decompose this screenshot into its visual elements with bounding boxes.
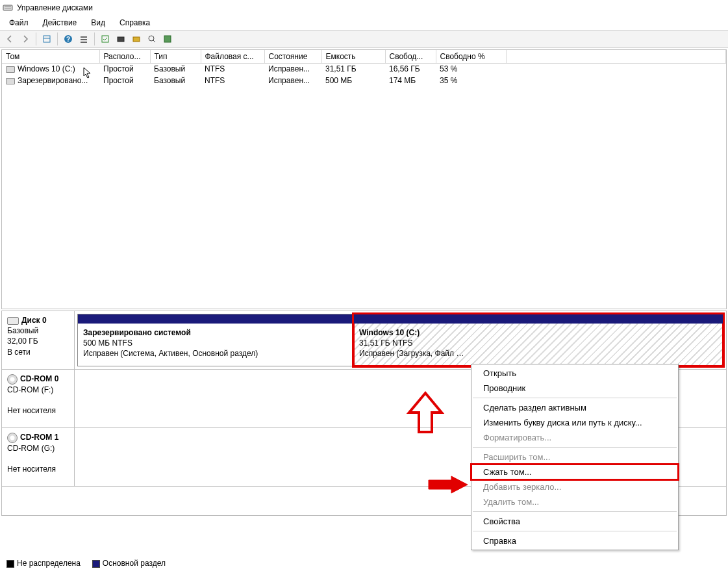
drive-icon — [6, 78, 15, 84]
disk-header[interactable]: Диск 0 Базовый 32,00 ГБ В сети — [2, 311, 75, 369]
view-button[interactable] — [40, 32, 54, 46]
svg-rect-15 — [164, 36, 171, 42]
svg-point-13 — [149, 36, 154, 41]
disk-header[interactable]: CD-ROM 0 CD-ROM (F:) Нет носителя — [2, 370, 75, 427]
ctx-open[interactable]: Открыть — [471, 366, 678, 381]
svg-rect-12 — [133, 37, 140, 42]
back-button[interactable] — [3, 32, 17, 46]
menu-view[interactable]: Вид — [84, 17, 112, 29]
table-row[interactable]: Windows 10 (C:) Простой Базовый NTFS Исп… — [2, 63, 726, 75]
cdrom-icon — [7, 374, 18, 385]
volume-list-pane: Том Располо... Тип Файловая с... Состоян… — [1, 49, 727, 309]
action1-button[interactable] — [114, 32, 128, 46]
drive-icon — [6, 66, 15, 73]
cdrom-icon — [7, 433, 18, 443]
legend-swatch-unallocated — [6, 560, 14, 568]
svg-rect-1 — [5, 6, 11, 7]
col-capacity[interactable]: Емкость — [321, 50, 385, 63]
col-free[interactable]: Свобод... — [385, 50, 436, 63]
svg-rect-3 — [44, 36, 50, 42]
col-status[interactable]: Состояние — [264, 50, 321, 63]
menu-help[interactable]: Справка — [113, 17, 157, 29]
legend-swatch-primary — [92, 560, 100, 568]
table-row[interactable]: Зарезервировано... Простой Базовый NTFS … — [2, 75, 726, 86]
ctx-help[interactable]: Справка — [471, 533, 678, 548]
col-freepct[interactable]: Свободно % — [436, 50, 506, 63]
ctx-make-active[interactable]: Сделать раздел активным — [471, 400, 678, 415]
partition-c-drive[interactable]: Windows 10 (C:) 31,51 ГБ NTFS Исправен (… — [353, 314, 723, 366]
menu-action[interactable]: Действие — [36, 17, 84, 29]
svg-rect-8 — [81, 39, 87, 40]
disk-icon — [7, 317, 19, 325]
forward-button[interactable] — [18, 32, 32, 46]
legend: Не распределена Основной раздел — [3, 556, 169, 570]
help-button[interactable]: ? — [61, 32, 75, 46]
ctx-change-letter[interactable]: Изменить букву диска или путь к диску... — [471, 415, 678, 430]
svg-rect-11 — [118, 37, 124, 42]
context-menu: Открыть Проводник Сделать раздел активны… — [471, 364, 679, 550]
disk-row: Диск 0 Базовый 32,00 ГБ В сети Зарезерви… — [2, 311, 726, 370]
menu-file[interactable]: Файл — [3, 17, 35, 29]
col-type[interactable]: Тип — [150, 50, 201, 63]
svg-rect-10 — [102, 36, 108, 42]
refresh-button[interactable] — [98, 32, 112, 46]
col-volume[interactable]: Том — [2, 50, 99, 63]
ctx-format[interactable]: Форматировать... — [471, 430, 678, 445]
ellipsis: … — [456, 349, 464, 358]
svg-rect-9 — [81, 42, 87, 43]
toolbar: ? — [0, 30, 728, 48]
col-fs[interactable]: Файловая с... — [201, 50, 264, 63]
titlebar: Управление дисками — [0, 0, 728, 16]
partition-system-reserved[interactable]: Зарезервировано системой 500 МБ NTFS Исп… — [77, 314, 353, 366]
svg-text:?: ? — [66, 36, 70, 43]
ctx-explorer[interactable]: Проводник — [471, 381, 678, 396]
app-icon — [3, 3, 13, 13]
action2-button[interactable] — [129, 32, 144, 46]
menubar[interactable]: Файл Действие Вид Справка — [0, 16, 728, 30]
disk-header[interactable]: CD-ROM 1 CD-ROM (G:) Нет носителя — [2, 428, 75, 486]
ctx-mirror[interactable]: Добавить зеркало... — [471, 479, 678, 494]
ctx-shrink[interactable]: Сжать том... — [471, 465, 678, 479]
svg-line-14 — [153, 40, 155, 42]
svg-rect-7 — [81, 36, 87, 38]
col-layout[interactable]: Располо... — [99, 50, 150, 63]
ctx-properties[interactable]: Свойства — [471, 514, 678, 529]
list-button[interactable] — [77, 32, 91, 46]
ctx-delete[interactable]: Удалить том... — [471, 494, 678, 509]
window-title: Управление дисками — [17, 3, 93, 12]
settings-button[interactable] — [160, 32, 175, 46]
search-button[interactable] — [145, 32, 159, 46]
svg-rect-2 — [5, 8, 11, 8]
volume-table[interactable]: Том Располо... Тип Файловая с... Состоян… — [2, 50, 726, 86]
ctx-extend[interactable]: Расширить том... — [471, 450, 678, 465]
